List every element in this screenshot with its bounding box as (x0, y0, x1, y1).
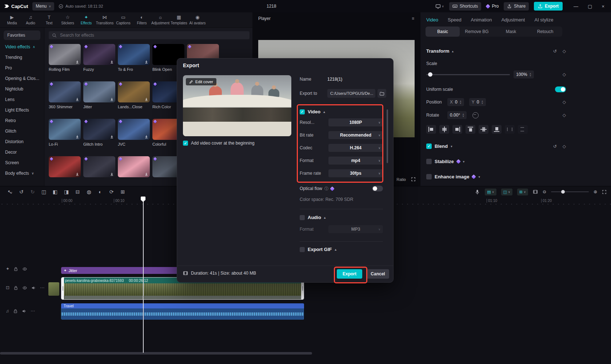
auto-captions-button[interactable]: ▤∨ (485, 189, 496, 195)
mute-icon[interactable] (31, 286, 36, 290)
inspector-subtab[interactable]: Mask (494, 27, 528, 37)
effects-category-item[interactable]: Decor (0, 147, 44, 157)
align-right-button[interactable] (452, 125, 462, 134)
crop-icon[interactable]: ⊞ (117, 189, 128, 195)
effects-category-item[interactable]: Screen (0, 157, 44, 168)
effect-item[interactable]: Glitch Intro (83, 119, 115, 147)
media-tab[interactable]: ▦ Templates (170, 14, 188, 27)
chevron-down-icon[interactable]: ▾ (478, 175, 480, 179)
effect-thumbnail[interactable] (83, 119, 115, 140)
setting-dropdown[interactable]: H.264 (328, 144, 383, 152)
download-icon[interactable] (110, 135, 114, 139)
stepper-carets-icon[interactable] (462, 113, 464, 117)
menu-button[interactable]: Menu∨ (32, 2, 54, 11)
select-cursor-icon[interactable]: ↖∨ (4, 189, 16, 195)
stabilize-checkbox[interactable] (426, 159, 432, 164)
export-confirm-button[interactable]: Export (337, 269, 362, 279)
undo-icon[interactable]: ↺ (16, 189, 27, 195)
zoom-in-icon[interactable]: ⊕ (594, 189, 597, 194)
inspector-tab[interactable]: Speed (448, 17, 462, 23)
inspector-tab[interactable]: Animation (471, 17, 492, 23)
player-menu-icon[interactable]: ≡ (412, 16, 414, 21)
inspector-tab[interactable]: Adjustment (501, 17, 525, 23)
zoom-slider-knob[interactable] (561, 190, 565, 194)
align-top-button[interactable] (466, 125, 475, 134)
effects-category-item[interactable]: Body effects∨ (0, 168, 44, 178)
timeline-horizontal-scrollbar[interactable] (0, 352, 312, 355)
grid-tool-button[interactable]: ⊞∨ (517, 189, 528, 195)
effect-thumbnail[interactable] (83, 81, 115, 102)
effects-category-item[interactable]: Nightclub (0, 84, 44, 94)
download-icon[interactable] (144, 60, 148, 64)
scale-value-stepper[interactable]: 100% (514, 70, 534, 78)
cancel-button[interactable]: Cancel (367, 269, 389, 279)
effect-item[interactable] (118, 156, 150, 184)
delete-left-icon[interactable]: ◧ (49, 189, 61, 195)
effects-category-item[interactable]: Favorites (4, 31, 40, 40)
browse-folder-button[interactable] (378, 89, 386, 98)
inspector-tab[interactable]: AI stylize (534, 17, 553, 23)
effects-category-item[interactable]: Trending (0, 52, 44, 62)
effect-thumbnail[interactable] (49, 81, 81, 102)
close-button[interactable]: × (602, 4, 604, 9)
effect-thumbnail[interactable] (49, 44, 81, 65)
effects-category-item[interactable]: Retro (0, 115, 44, 126)
timeline-zoom-slider[interactable] (551, 191, 589, 192)
effects-category-item[interactable]: Opening & Clos... (0, 73, 44, 84)
enhance-image-checkbox[interactable] (426, 174, 432, 179)
more-options-icon[interactable]: ⋯ (40, 285, 44, 290)
effects-category-item[interactable]: Glitch (0, 126, 44, 136)
stepper-carets-icon[interactable] (482, 100, 483, 104)
microphone-icon[interactable] (475, 189, 480, 195)
position-x-stepper[interactable]: X 0 (447, 98, 464, 106)
effect-thumbnail[interactable] (49, 156, 81, 177)
download-icon[interactable] (75, 135, 79, 139)
effects-category-item[interactable]: Distortion (0, 136, 44, 147)
effects-category-item[interactable]: Light Effects (0, 105, 44, 115)
dialog-scrollbar[interactable] (387, 109, 388, 163)
media-tab[interactable]: ♫ Audio (21, 14, 40, 27)
mirror-icon[interactable]: ◐ (95, 189, 106, 195)
effect-thumbnail[interactable] (49, 119, 81, 140)
shortcuts-button[interactable]: Shortcuts (449, 2, 482, 11)
multicam-button[interactable]: ◫∨ (501, 189, 512, 195)
export-path-field[interactable]: C:/Users/TOPGUS/De... (327, 89, 375, 98)
effect-item[interactable]: Lo-Fi (49, 119, 81, 147)
download-icon[interactable] (75, 97, 79, 101)
effect-thumbnail[interactable] (118, 81, 150, 102)
download-icon[interactable] (110, 97, 114, 101)
layout-monitor-icon[interactable]: ∨ (435, 4, 444, 9)
stepper-carets-icon[interactable] (530, 73, 531, 76)
download-icon[interactable] (110, 60, 114, 64)
media-tab[interactable]: ⋈ Transitions (96, 14, 114, 27)
rotate-stepper[interactable]: 0.00° (447, 111, 467, 119)
download-icon[interactable] (144, 97, 148, 101)
download-icon[interactable] (144, 172, 148, 176)
effect-item[interactable]: Rolling Film (49, 44, 81, 72)
effect-item[interactable] (49, 156, 81, 184)
effect-thumbnail[interactable] (83, 156, 115, 177)
zoom-out-icon[interactable]: ⊖ (543, 189, 546, 194)
lock-icon[interactable] (13, 309, 18, 314)
position-y-stepper[interactable]: Y 0 (469, 98, 486, 106)
inspector-subtab[interactable]: Remove BG (460, 27, 494, 37)
pro-badge[interactable]: Pro (486, 4, 499, 9)
download-icon[interactable] (110, 172, 114, 176)
share-button[interactable]: Share (504, 2, 529, 11)
rotate-icon[interactable]: ⟳ (106, 189, 117, 195)
delete-right-icon[interactable]: ◨ (61, 189, 72, 195)
inspector-tab[interactable]: Video (426, 17, 438, 23)
distribute-h-button[interactable] (505, 125, 515, 134)
download-icon[interactable] (75, 172, 79, 176)
distribute-v-button[interactable] (518, 125, 528, 134)
collapse-icon[interactable]: ▴ (324, 216, 326, 219)
lock-icon[interactable] (13, 286, 18, 290)
effects-category-item[interactable]: Pro (0, 62, 44, 73)
stepper-carets-icon[interactable] (460, 100, 462, 104)
eye-icon[interactable] (22, 286, 27, 290)
redo-icon[interactable]: ↻ (27, 189, 38, 195)
effect-item[interactable]: To & Fro (118, 44, 150, 72)
collapse-icon[interactable]: ▴ (335, 248, 336, 251)
minimize-button[interactable]: — (574, 4, 578, 9)
align-center-h-button[interactable] (439, 125, 449, 134)
